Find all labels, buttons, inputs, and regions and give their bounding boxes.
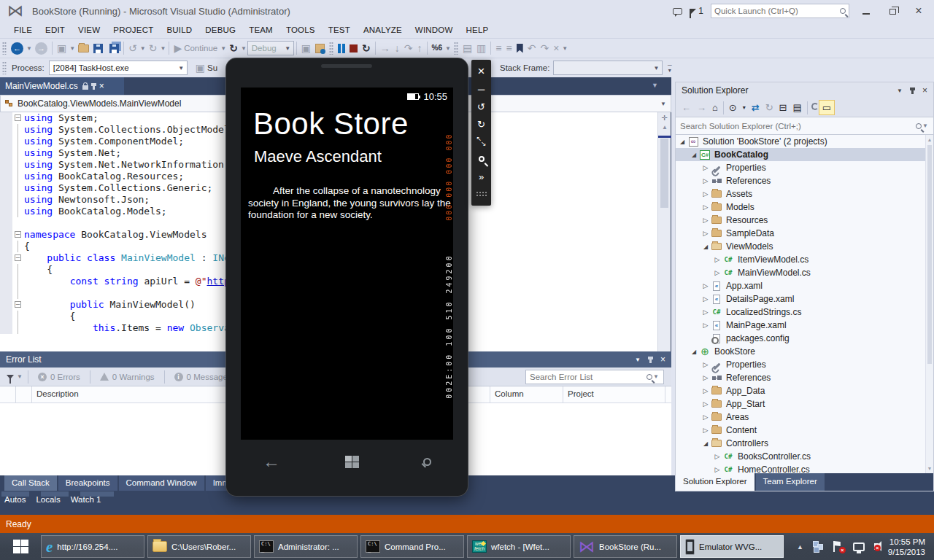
expander-icon[interactable]: ▷ bbox=[714, 466, 721, 473]
emulator-rotate-right-icon[interactable]: ↻ bbox=[471, 115, 491, 133]
step-into-icon[interactable]: ↓ bbox=[393, 40, 402, 56]
tree-item-packages-config[interactable]: packages.config bbox=[676, 332, 933, 345]
outlining-margin[interactable] bbox=[12, 182, 24, 194]
filter-button[interactable]: ▼ bbox=[4, 369, 26, 385]
pin-icon[interactable] bbox=[911, 88, 914, 94]
emulator-zoom-icon[interactable] bbox=[471, 150, 491, 168]
action-center-icon[interactable]: × bbox=[833, 541, 844, 552]
tree-item-mainpage-xaml[interactable]: ▷«MainPage.xaml bbox=[676, 319, 933, 332]
column-header[interactable] bbox=[16, 386, 32, 402]
step-out-icon[interactable]: ↑ bbox=[415, 40, 425, 56]
taskbar-button-c-users-rober-[interactable]: C:\Users\Rober... bbox=[147, 535, 251, 558]
save-all-icon[interactable] bbox=[105, 40, 121, 56]
taskbar-button-http-169-254-[interactable]: ehttp://169.254.... bbox=[41, 535, 144, 558]
se-preview-icon[interactable]: ▭ bbox=[819, 100, 835, 115]
tree-item-bookcatalog[interactable]: ◢C#BookCatalog bbox=[676, 148, 933, 161]
window-copy-icon[interactable]: ▥ bbox=[474, 40, 488, 56]
collapse-box-icon[interactable]: – bbox=[15, 301, 21, 308]
pin-icon[interactable] bbox=[93, 83, 95, 90]
taskbar-button-emulator-wvg-[interactable]: Emulator WVG... bbox=[680, 535, 784, 558]
tree-item-references[interactable]: ▷References bbox=[676, 371, 933, 384]
emulator-rotate-left-icon[interactable]: ↺ bbox=[471, 98, 491, 115]
column-header-project[interactable]: Project bbox=[563, 386, 665, 402]
stop-debugging-icon[interactable] bbox=[347, 40, 360, 56]
expander-icon[interactable]: ▷ bbox=[702, 387, 709, 394]
expander-icon[interactable]: ▷ bbox=[702, 361, 709, 368]
process-combo[interactable]: [2084] TaskHost.exe ▼ bbox=[49, 61, 188, 75]
emulator-grip[interactable] bbox=[471, 185, 491, 203]
scroll-up-icon[interactable]: ▲ bbox=[926, 137, 933, 142]
menu-edit[interactable]: EDIT bbox=[39, 23, 72, 36]
notifications-flag[interactable]: 1 bbox=[690, 6, 703, 16]
breakpoint-margin[interactable] bbox=[0, 287, 12, 299]
tree-item-properties[interactable]: ▷Properties bbox=[676, 161, 933, 174]
error-list-search-input[interactable] bbox=[530, 373, 647, 381]
phone-start-button[interactable] bbox=[345, 456, 359, 468]
scrollbar-thumb[interactable] bbox=[927, 145, 932, 364]
taskbar-button-command-pro-[interactable]: C:\_Command Pro... bbox=[360, 535, 464, 558]
toolbar-grip[interactable] bbox=[329, 42, 333, 55]
chevron-down-icon[interactable]: ▼ bbox=[176, 65, 187, 71]
outlining-margin[interactable]: – bbox=[12, 252, 24, 264]
chevron-down-icon[interactable]: ▼ bbox=[159, 45, 166, 52]
tab-solution-explorer[interactable]: Solution Explorer bbox=[676, 473, 754, 491]
break-all-icon[interactable] bbox=[336, 40, 347, 56]
menu-view[interactable]: VIEW bbox=[72, 23, 107, 36]
breakpoint-margin[interactable] bbox=[0, 322, 12, 334]
restore-button[interactable] bbox=[883, 6, 902, 17]
tab-team-explorer[interactable]: Team Explorer bbox=[756, 473, 825, 491]
tree-item-resources[interactable]: ▷Resources bbox=[676, 214, 933, 227]
se-home-icon[interactable]: ⌂ bbox=[709, 101, 721, 114]
solution-explorer-title-bar[interactable]: Solution Explorer ▼ × bbox=[676, 82, 933, 98]
outlining-margin[interactable] bbox=[12, 311, 24, 322]
breakpoint-margin[interactable] bbox=[0, 311, 12, 322]
tree-item-sampledata[interactable]: ▷SampleData bbox=[676, 227, 933, 240]
expander-icon[interactable]: ▷ bbox=[702, 374, 709, 381]
expander-icon[interactable]: ▷ bbox=[702, 190, 709, 198]
prev-bookmark-icon[interactable]: ↶ bbox=[525, 40, 539, 56]
splitter-handle[interactable]: ✛ bbox=[660, 114, 669, 122]
network-icon[interactable] bbox=[853, 542, 865, 551]
step-over-icon[interactable]: ↷ bbox=[402, 40, 415, 56]
menu-help[interactable]: HELP bbox=[460, 23, 495, 36]
new-window-icon[interactable]: ▣ bbox=[55, 40, 69, 56]
expander-icon[interactable]: ▷ bbox=[714, 269, 721, 276]
continue-button[interactable]: ▶Continue bbox=[171, 40, 220, 56]
toolbar-grip[interactable] bbox=[2, 61, 7, 74]
outlining-margin[interactable]: – bbox=[12, 299, 24, 311]
outlining-margin[interactable] bbox=[12, 147, 24, 159]
breakpoint-margin[interactable] bbox=[0, 147, 12, 159]
tree-item-controllers[interactable]: ◢Controllers bbox=[676, 437, 933, 450]
tree-item-content[interactable]: ▷Content bbox=[676, 424, 933, 437]
document-tab-mainviewmodel[interactable]: MainViewModel.cs × bbox=[0, 77, 124, 95]
quick-launch-input[interactable] bbox=[714, 7, 840, 15]
breakpoint-margin[interactable] bbox=[0, 136, 12, 147]
phone-emulator-window[interactable]: 10:55 Book Store Maeve Ascendant After t… bbox=[226, 58, 468, 496]
tab-call-stack[interactable]: Call Stack bbox=[4, 475, 57, 491]
emulator-expand-icon[interactable]: » bbox=[471, 168, 491, 185]
open-file-icon[interactable] bbox=[76, 40, 91, 56]
menu-window[interactable]: WINDOW bbox=[409, 23, 460, 36]
emulator-close-icon[interactable]: × bbox=[471, 63, 491, 80]
minimize-button[interactable] bbox=[857, 6, 876, 17]
breakpoint-margin[interactable] bbox=[0, 264, 12, 276]
indent-icon[interactable]: ≡ bbox=[493, 40, 503, 56]
taskbar-clock[interactable]: 10:55 PM 9/15/2013 bbox=[888, 537, 925, 557]
expander-icon[interactable]: ▷ bbox=[702, 413, 709, 421]
expander-icon[interactable]: ▷ bbox=[702, 177, 709, 184]
taskbar-button-bookstore-ru-[interactable]: ⋈BookStore (Ru... bbox=[574, 535, 677, 558]
expander-icon[interactable]: ▷ bbox=[702, 164, 709, 171]
menu-team[interactable]: TEAM bbox=[242, 23, 279, 36]
bookmark-icon[interactable] bbox=[514, 40, 525, 56]
tab-breakpoints[interactable]: Breakpoints bbox=[58, 475, 117, 491]
se-show-all-files-icon[interactable]: ▤ bbox=[790, 101, 805, 114]
restart-app-icon[interactable]: ↻ bbox=[227, 40, 240, 56]
outdent-icon[interactable]: ≡ bbox=[504, 40, 514, 56]
outlining-margin[interactable] bbox=[12, 217, 24, 229]
toolbar-grip[interactable] bbox=[2, 42, 7, 55]
expander-icon[interactable]: ◢ bbox=[690, 152, 698, 158]
outlining-margin[interactable] bbox=[12, 136, 24, 147]
scroll-down-icon[interactable]: ▼ bbox=[926, 466, 933, 471]
breakpoints-window-icon[interactable]: ▣ bbox=[299, 40, 313, 56]
start-button[interactable] bbox=[0, 533, 41, 560]
